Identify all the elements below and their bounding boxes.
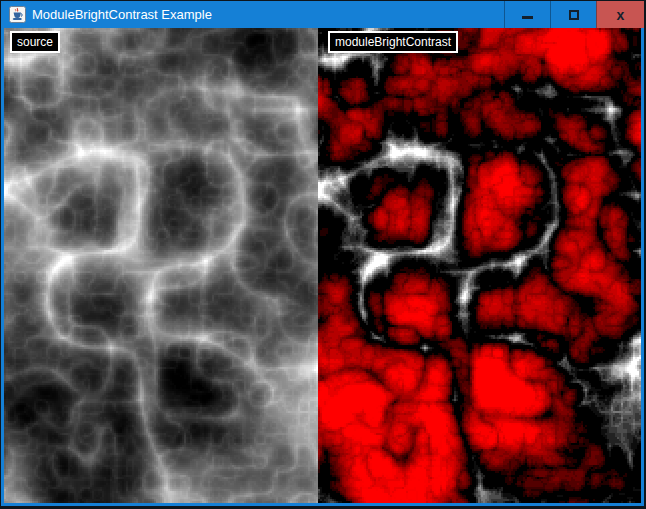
window-controls: x bbox=[504, 1, 644, 28]
maximize-button[interactable] bbox=[550, 1, 596, 28]
maximize-icon bbox=[569, 10, 579, 20]
close-button[interactable]: x bbox=[596, 1, 644, 28]
source-label: source bbox=[10, 31, 60, 53]
processed-label-text: moduleBrightContrast bbox=[335, 35, 451, 49]
source-image-panel: source bbox=[4, 28, 318, 503]
java-coffee-cup-icon[interactable] bbox=[9, 6, 26, 23]
titlebar[interactable]: ModuleBrightContrast Example x bbox=[1, 1, 644, 28]
minimize-button[interactable] bbox=[504, 1, 550, 28]
processed-image-canvas bbox=[318, 28, 641, 503]
source-label-text: source bbox=[17, 35, 53, 49]
processed-image-panel: moduleBrightContrast bbox=[318, 28, 641, 503]
source-image-canvas bbox=[4, 28, 318, 503]
app-window: ModuleBrightContrast Example x source mo… bbox=[0, 0, 646, 509]
processed-label: moduleBrightContrast bbox=[328, 31, 458, 53]
window-title: ModuleBrightContrast Example bbox=[32, 7, 504, 22]
content-area: source moduleBrightContrast bbox=[4, 28, 641, 503]
close-icon: x bbox=[617, 8, 625, 22]
minimize-icon bbox=[522, 16, 533, 19]
